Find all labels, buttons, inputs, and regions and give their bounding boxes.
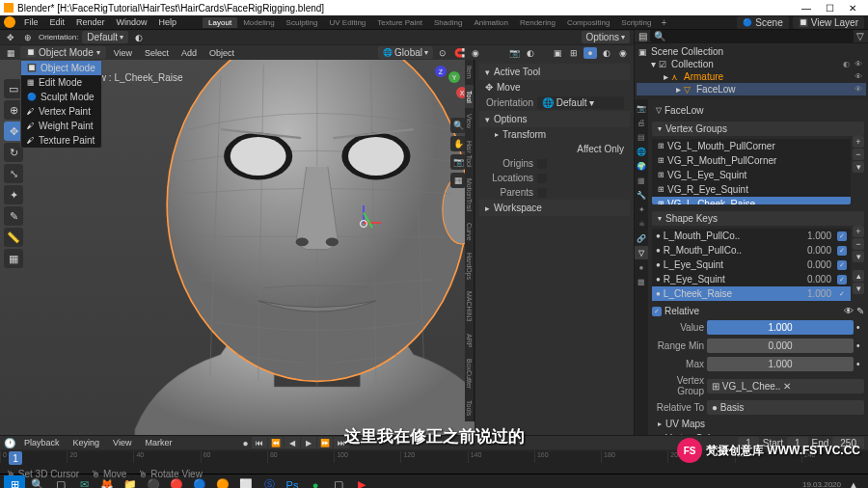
snap-icon[interactable]: 🧲: [452, 47, 466, 59]
np-tab-arp[interactable]: ARP: [465, 328, 475, 353]
viewlayer-selector[interactable]: 🔲 View Layer: [793, 16, 864, 29]
taskbar-spotify-icon[interactable]: ●: [305, 475, 326, 489]
pivot-point-icon[interactable]: ⊙: [436, 47, 449, 59]
outl-collection[interactable]: ▾☑Collection◐👁: [637, 58, 866, 70]
timeline-type-icon[interactable]: 🕐: [4, 438, 15, 448]
options-dropdown[interactable]: Options ▾: [582, 31, 630, 43]
tl-playback[interactable]: Playback: [19, 438, 65, 447]
vp-menu-select[interactable]: Select: [140, 48, 174, 58]
shading-rendered-icon[interactable]: ◉: [616, 47, 630, 59]
taskbar-app[interactable]: 🔴: [166, 475, 187, 489]
jump-start-button[interactable]: ⏮: [252, 437, 267, 448]
outl-armature[interactable]: ▸⋏Armature👁: [637, 70, 866, 83]
taskbar-app[interactable]: ▢: [328, 475, 349, 489]
taskbar-app[interactable]: ▶: [351, 475, 372, 489]
taskbar-app[interactable]: Ⓢ: [258, 475, 280, 489]
orientation-dropdown[interactable]: Default ▾: [82, 31, 128, 43]
taskbar-explorer-icon[interactable]: 📁: [120, 475, 141, 489]
np-active-tool-header[interactable]: ▾ Active Tool: [479, 64, 630, 80]
np-workspace-header[interactable]: ▸ Workspace: [479, 200, 630, 216]
np-tab-curve[interactable]: Curve: [465, 217, 475, 247]
sk-mute-checkbox[interactable]: ✓: [837, 246, 847, 256]
sk-item[interactable]: ● L_Mouth_PullCo..1.000✓: [652, 229, 851, 243]
play-reverse-button[interactable]: ◀: [285, 437, 300, 448]
shape-keys-header[interactable]: ▾ Shape Keys: [652, 211, 864, 226]
editor-type-icon[interactable]: ▦: [4, 47, 17, 59]
prop-tab-constraints[interactable]: 🔗: [635, 231, 648, 245]
ws-tab-texturepaint[interactable]: Texture Paint: [371, 17, 428, 28]
nav-z-axis[interactable]: Z: [435, 66, 447, 77]
overlay-icon[interactable]: ◐: [524, 47, 537, 59]
gizmo-icon[interactable]: 📷: [507, 47, 521, 59]
ws-tab-animation[interactable]: Animation: [468, 17, 514, 28]
nav-y-axis[interactable]: Y: [448, 71, 460, 83]
ws-tab-uvediting[interactable]: UV Editing: [324, 17, 372, 28]
mode-dropdown[interactable]: 🔲 Object Mode ▾ 🔲 Object Mode ▦ Edit Mod…: [20, 46, 106, 59]
menu-help[interactable]: Help: [154, 17, 182, 27]
xray-icon[interactable]: ▣: [551, 47, 564, 59]
outl-scene-collection[interactable]: ▣Scene Collection: [637, 45, 866, 58]
shading-wireframe-icon[interactable]: ⊞: [567, 47, 581, 59]
close-button[interactable]: ✕: [841, 0, 864, 15]
prop-tab-modifier[interactable]: 🔧: [635, 188, 648, 202]
prop-tab-render[interactable]: 📷: [635, 101, 648, 115]
proportional-icon[interactable]: ◉: [469, 47, 482, 59]
vg-item[interactable]: ⊞ VG_R_Mouth_PullCorner: [652, 153, 851, 168]
scene-selector[interactable]: 🔵 Scene: [737, 16, 788, 29]
menu-file[interactable]: File: [19, 17, 43, 27]
taskbar-app[interactable]: ⚫: [143, 475, 164, 489]
ws-tab-layout[interactable]: Layout: [203, 17, 237, 28]
relative-checkbox[interactable]: ✓: [652, 307, 662, 316]
np-tab-item[interactable]: Item: [465, 60, 475, 85]
transform-orientation[interactable]: 🌐 Global ▾: [378, 46, 433, 59]
windows-start-button[interactable]: ⊞: [4, 475, 25, 489]
mode-weight-paint[interactable]: 🖌 Weight Paint: [21, 119, 101, 133]
relative-to-field[interactable]: ● Basis: [707, 400, 864, 415]
auto-key-icon[interactable]: ●: [242, 438, 248, 448]
vp-menu-add[interactable]: Add: [176, 48, 202, 58]
locations-checkbox[interactable]: [537, 174, 547, 183]
sk-item[interactable]: ● R_Mouth_PullCo..0.000✓: [652, 243, 851, 258]
sk-item[interactable]: ● R_Eye_Squint0.000✓: [652, 272, 851, 286]
keyframe-next-button[interactable]: ⏩: [317, 437, 333, 448]
range-min-field[interactable]: 0.000: [707, 339, 854, 353]
vg-item[interactable]: ⊞ VG_R_Eye_Squint: [652, 182, 851, 197]
parents-checkbox[interactable]: [537, 188, 547, 198]
vp-menu-view[interactable]: View: [109, 48, 137, 58]
sk-mute-checkbox[interactable]: ✓: [837, 275, 847, 285]
tl-keying[interactable]: Keying: [68, 438, 105, 447]
vg-item-selected[interactable]: ⊞ VG_L_Cheek_Raise: [652, 197, 851, 204]
taskbar-search-icon[interactable]: 🔍: [27, 475, 48, 489]
uv-maps-section[interactable]: ▸ UV Maps: [652, 417, 864, 431]
vg-menu-button[interactable]: ▾: [853, 161, 864, 173]
vg-item[interactable]: ⊞ VG_L_Mouth_PullCorner: [652, 139, 851, 153]
ws-add-button[interactable]: +: [657, 17, 670, 28]
cursor-icon[interactable]: ✥: [4, 32, 17, 43]
outliner-search[interactable]: 🔍: [650, 30, 854, 42]
transform-gizmo[interactable]: [342, 203, 385, 245]
vertex-group-field[interactable]: ⊞ VG_L_Chee.. ✕: [707, 379, 864, 393]
mode-object[interactable]: 🔲 Object Mode: [21, 61, 101, 75]
np-tab-motiontrail[interactable]: MotionTrail: [465, 173, 475, 217]
ws-tab-compositing[interactable]: Compositing: [561, 17, 615, 28]
sk-add-button[interactable]: +: [853, 226, 864, 237]
max-field[interactable]: 1.000: [707, 357, 854, 371]
prop-tab-physics[interactable]: ⚛: [635, 217, 648, 230]
np-tab-view[interactable]: View: [465, 108, 475, 134]
keyframe-prev-button[interactable]: ⏪: [268, 437, 284, 448]
sk-edit-icon[interactable]: ✎: [856, 306, 864, 316]
maximize-button[interactable]: ☐: [818, 0, 841, 15]
taskbar-app[interactable]: ✉: [73, 475, 95, 489]
nav-perspective-icon[interactable]: ▦: [450, 173, 466, 188]
nav-camera-icon[interactable]: 📷: [450, 154, 466, 170]
outl-facelow[interactable]: ▸▽FaceLow👁: [637, 83, 866, 95]
sk-mute-checkbox[interactable]: ✓: [837, 231, 847, 241]
prop-tab-viewlayer[interactable]: ▤: [635, 130, 648, 144]
taskbar-app[interactable]: 🔵: [189, 475, 210, 489]
np-tab-hairtool[interactable]: Hair Tool: [465, 135, 475, 174]
sk-move-down-button[interactable]: ▾: [853, 283, 864, 294]
vertex-groups-header[interactable]: ▾ Vertex Groups: [652, 122, 864, 136]
taskbar-firefox-icon[interactable]: 🦊: [96, 475, 118, 489]
value-field[interactable]: 1.000: [707, 320, 854, 335]
menu-render[interactable]: Render: [71, 17, 110, 27]
